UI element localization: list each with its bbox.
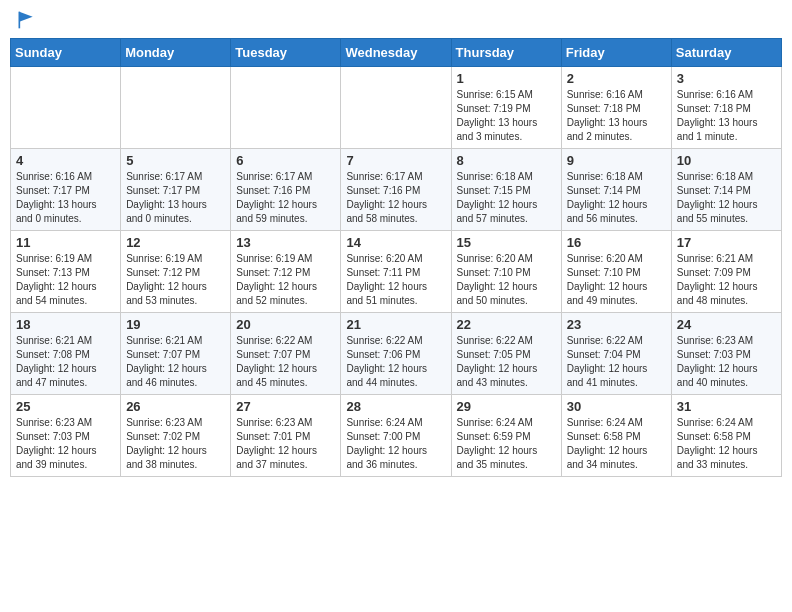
cell-info: Sunrise: 6:23 AM Sunset: 7:03 PM Dayligh… xyxy=(16,416,115,472)
weekday-header-wednesday: Wednesday xyxy=(341,39,451,67)
cell-info: Sunrise: 6:23 AM Sunset: 7:02 PM Dayligh… xyxy=(126,416,225,472)
day-number: 9 xyxy=(567,153,666,168)
weekday-header-friday: Friday xyxy=(561,39,671,67)
calendar-week-row: 11Sunrise: 6:19 AM Sunset: 7:13 PM Dayli… xyxy=(11,231,782,313)
calendar-cell: 17Sunrise: 6:21 AM Sunset: 7:09 PM Dayli… xyxy=(671,231,781,313)
day-number: 24 xyxy=(677,317,776,332)
calendar-cell: 4Sunrise: 6:16 AM Sunset: 7:17 PM Daylig… xyxy=(11,149,121,231)
calendar-week-row: 25Sunrise: 6:23 AM Sunset: 7:03 PM Dayli… xyxy=(11,395,782,477)
calendar-table: SundayMondayTuesdayWednesdayThursdayFrid… xyxy=(10,38,782,477)
cell-info: Sunrise: 6:17 AM Sunset: 7:16 PM Dayligh… xyxy=(236,170,335,226)
day-number: 31 xyxy=(677,399,776,414)
weekday-header-saturday: Saturday xyxy=(671,39,781,67)
calendar-cell xyxy=(121,67,231,149)
calendar-cell: 10Sunrise: 6:18 AM Sunset: 7:14 PM Dayli… xyxy=(671,149,781,231)
calendar-cell xyxy=(231,67,341,149)
calendar-cell: 29Sunrise: 6:24 AM Sunset: 6:59 PM Dayli… xyxy=(451,395,561,477)
cell-info: Sunrise: 6:24 AM Sunset: 6:58 PM Dayligh… xyxy=(677,416,776,472)
cell-info: Sunrise: 6:16 AM Sunset: 7:18 PM Dayligh… xyxy=(567,88,666,144)
day-number: 30 xyxy=(567,399,666,414)
calendar-cell xyxy=(11,67,121,149)
day-number: 4 xyxy=(16,153,115,168)
calendar-cell: 7Sunrise: 6:17 AM Sunset: 7:16 PM Daylig… xyxy=(341,149,451,231)
calendar-cell: 21Sunrise: 6:22 AM Sunset: 7:06 PM Dayli… xyxy=(341,313,451,395)
calendar-cell: 9Sunrise: 6:18 AM Sunset: 7:14 PM Daylig… xyxy=(561,149,671,231)
cell-info: Sunrise: 6:21 AM Sunset: 7:09 PM Dayligh… xyxy=(677,252,776,308)
day-number: 10 xyxy=(677,153,776,168)
cell-info: Sunrise: 6:17 AM Sunset: 7:17 PM Dayligh… xyxy=(126,170,225,226)
logo-flag-icon xyxy=(16,10,36,30)
calendar-cell: 1Sunrise: 6:15 AM Sunset: 7:19 PM Daylig… xyxy=(451,67,561,149)
cell-info: Sunrise: 6:18 AM Sunset: 7:15 PM Dayligh… xyxy=(457,170,556,226)
weekday-header-tuesday: Tuesday xyxy=(231,39,341,67)
calendar-week-row: 1Sunrise: 6:15 AM Sunset: 7:19 PM Daylig… xyxy=(11,67,782,149)
cell-info: Sunrise: 6:20 AM Sunset: 7:11 PM Dayligh… xyxy=(346,252,445,308)
day-number: 22 xyxy=(457,317,556,332)
cell-info: Sunrise: 6:20 AM Sunset: 7:10 PM Dayligh… xyxy=(457,252,556,308)
calendar-cell: 16Sunrise: 6:20 AM Sunset: 7:10 PM Dayli… xyxy=(561,231,671,313)
day-number: 5 xyxy=(126,153,225,168)
cell-info: Sunrise: 6:23 AM Sunset: 7:03 PM Dayligh… xyxy=(677,334,776,390)
day-number: 20 xyxy=(236,317,335,332)
calendar-cell: 15Sunrise: 6:20 AM Sunset: 7:10 PM Dayli… xyxy=(451,231,561,313)
day-number: 12 xyxy=(126,235,225,250)
day-number: 27 xyxy=(236,399,335,414)
day-number: 19 xyxy=(126,317,225,332)
calendar-cell: 3Sunrise: 6:16 AM Sunset: 7:18 PM Daylig… xyxy=(671,67,781,149)
day-number: 18 xyxy=(16,317,115,332)
cell-info: Sunrise: 6:15 AM Sunset: 7:19 PM Dayligh… xyxy=(457,88,556,144)
cell-info: Sunrise: 6:16 AM Sunset: 7:18 PM Dayligh… xyxy=(677,88,776,144)
day-number: 14 xyxy=(346,235,445,250)
cell-info: Sunrise: 6:22 AM Sunset: 7:04 PM Dayligh… xyxy=(567,334,666,390)
cell-info: Sunrise: 6:19 AM Sunset: 7:12 PM Dayligh… xyxy=(236,252,335,308)
cell-info: Sunrise: 6:21 AM Sunset: 7:08 PM Dayligh… xyxy=(16,334,115,390)
cell-info: Sunrise: 6:16 AM Sunset: 7:17 PM Dayligh… xyxy=(16,170,115,226)
calendar-week-row: 4Sunrise: 6:16 AM Sunset: 7:17 PM Daylig… xyxy=(11,149,782,231)
weekday-header-monday: Monday xyxy=(121,39,231,67)
day-number: 6 xyxy=(236,153,335,168)
cell-info: Sunrise: 6:23 AM Sunset: 7:01 PM Dayligh… xyxy=(236,416,335,472)
day-number: 11 xyxy=(16,235,115,250)
calendar-cell: 26Sunrise: 6:23 AM Sunset: 7:02 PM Dayli… xyxy=(121,395,231,477)
day-number: 1 xyxy=(457,71,556,86)
calendar-cell: 31Sunrise: 6:24 AM Sunset: 6:58 PM Dayli… xyxy=(671,395,781,477)
cell-info: Sunrise: 6:24 AM Sunset: 6:58 PM Dayligh… xyxy=(567,416,666,472)
day-number: 29 xyxy=(457,399,556,414)
day-number: 2 xyxy=(567,71,666,86)
day-number: 3 xyxy=(677,71,776,86)
cell-info: Sunrise: 6:21 AM Sunset: 7:07 PM Dayligh… xyxy=(126,334,225,390)
calendar-cell: 30Sunrise: 6:24 AM Sunset: 6:58 PM Dayli… xyxy=(561,395,671,477)
weekday-header-row: SundayMondayTuesdayWednesdayThursdayFrid… xyxy=(11,39,782,67)
page-header xyxy=(10,10,782,30)
day-number: 28 xyxy=(346,399,445,414)
calendar-cell: 25Sunrise: 6:23 AM Sunset: 7:03 PM Dayli… xyxy=(11,395,121,477)
calendar-cell: 22Sunrise: 6:22 AM Sunset: 7:05 PM Dayli… xyxy=(451,313,561,395)
cell-info: Sunrise: 6:19 AM Sunset: 7:13 PM Dayligh… xyxy=(16,252,115,308)
day-number: 8 xyxy=(457,153,556,168)
calendar-cell: 2Sunrise: 6:16 AM Sunset: 7:18 PM Daylig… xyxy=(561,67,671,149)
logo xyxy=(14,10,36,30)
calendar-cell: 24Sunrise: 6:23 AM Sunset: 7:03 PM Dayli… xyxy=(671,313,781,395)
cell-info: Sunrise: 6:20 AM Sunset: 7:10 PM Dayligh… xyxy=(567,252,666,308)
day-number: 21 xyxy=(346,317,445,332)
day-number: 13 xyxy=(236,235,335,250)
calendar-cell: 18Sunrise: 6:21 AM Sunset: 7:08 PM Dayli… xyxy=(11,313,121,395)
day-number: 15 xyxy=(457,235,556,250)
calendar-cell: 13Sunrise: 6:19 AM Sunset: 7:12 PM Dayli… xyxy=(231,231,341,313)
day-number: 7 xyxy=(346,153,445,168)
calendar-cell: 6Sunrise: 6:17 AM Sunset: 7:16 PM Daylig… xyxy=(231,149,341,231)
calendar-cell: 20Sunrise: 6:22 AM Sunset: 7:07 PM Dayli… xyxy=(231,313,341,395)
cell-info: Sunrise: 6:18 AM Sunset: 7:14 PM Dayligh… xyxy=(677,170,776,226)
cell-info: Sunrise: 6:22 AM Sunset: 7:06 PM Dayligh… xyxy=(346,334,445,390)
calendar-cell: 19Sunrise: 6:21 AM Sunset: 7:07 PM Dayli… xyxy=(121,313,231,395)
svg-marker-0 xyxy=(19,12,32,22)
calendar-cell xyxy=(341,67,451,149)
cell-info: Sunrise: 6:19 AM Sunset: 7:12 PM Dayligh… xyxy=(126,252,225,308)
cell-info: Sunrise: 6:22 AM Sunset: 7:07 PM Dayligh… xyxy=(236,334,335,390)
day-number: 25 xyxy=(16,399,115,414)
calendar-cell: 27Sunrise: 6:23 AM Sunset: 7:01 PM Dayli… xyxy=(231,395,341,477)
day-number: 16 xyxy=(567,235,666,250)
day-number: 26 xyxy=(126,399,225,414)
calendar-cell: 8Sunrise: 6:18 AM Sunset: 7:15 PM Daylig… xyxy=(451,149,561,231)
calendar-cell: 14Sunrise: 6:20 AM Sunset: 7:11 PM Dayli… xyxy=(341,231,451,313)
